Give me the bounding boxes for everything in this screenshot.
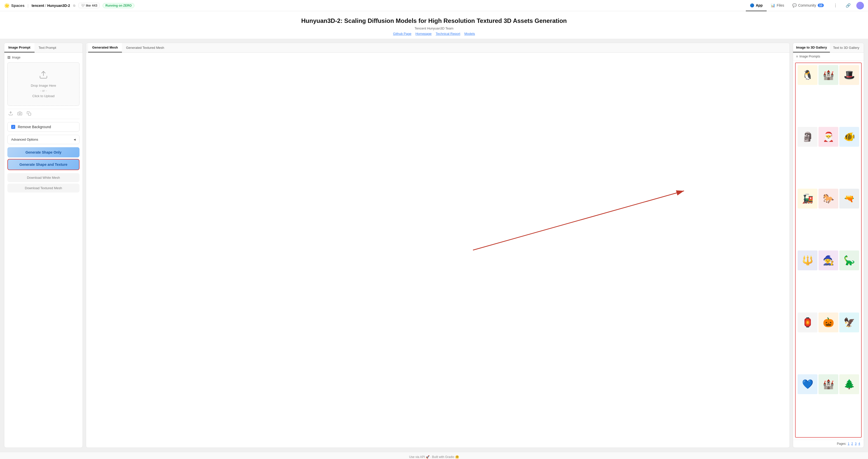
models-link[interactable]: Models (464, 32, 475, 36)
left-panel: Image Prompt Text Prompt 🖼 Image Drop Im… (4, 43, 83, 448)
upload-drop-text: Drop Image Here (31, 84, 56, 87)
tab-app[interactable]: 🔵 App (746, 0, 767, 11)
gallery-pagination: Pages: 1 2 3 4 (793, 440, 864, 448)
generate-shape-texture-button[interactable]: Generate Shape and Texture (7, 159, 80, 170)
gallery-item[interactable]: 🌲 (839, 374, 859, 394)
gallery-item[interactable]: 🔱 (798, 251, 817, 270)
tab-files[interactable]: 📊 Files (767, 0, 788, 11)
camera-icon[interactable] (17, 111, 23, 117)
running-badge: Running on ZERO (103, 3, 134, 8)
like-button[interactable]: 🤍 like 443 (79, 3, 100, 8)
page-footer: Use via API 🚀 · Built with Gradio 🤗 (0, 452, 868, 459)
3d-canvas-area (86, 53, 789, 448)
remove-bg-checkbox[interactable] (11, 125, 15, 129)
svg-point-2 (19, 113, 21, 114)
image-icon: 🖼 (7, 56, 10, 59)
menu-icon: ≡ (796, 55, 798, 58)
spaces-logo[interactable]: 🌟 Spaces (4, 3, 25, 8)
center-tab-bar: Generated Mesh Generated Textured Mesh (86, 43, 789, 53)
image-label: 🖼 Image (7, 56, 80, 59)
spaces-emoji: 🌟 (4, 3, 10, 8)
files-icon: 📊 (771, 3, 775, 7)
arrow-overlay (86, 53, 789, 448)
github-page-link[interactable]: Github Page (393, 32, 411, 36)
generate-shape-only-button[interactable]: Generate Shape Only (7, 147, 80, 157)
tab-image-prompt[interactable]: Image Prompt (4, 43, 35, 52)
page-3-link[interactable]: 3 (855, 442, 857, 446)
right-tab-bar: Image to 3D Gallery Text to 3D Gallery (793, 43, 864, 53)
gallery-item[interactable]: 🎅 (818, 127, 838, 147)
tab-generated-textured-mesh[interactable]: Generated Textured Mesh (122, 43, 168, 52)
header-links: Github Page Homepage Technical Report Mo… (4, 32, 864, 36)
image-upload-area[interactable]: Drop Image Here - or - Click to Upload (7, 62, 80, 106)
gallery-item[interactable]: 🏰 (818, 374, 838, 394)
page-header: Hunyuan3D-2: Scaling Diffusion Models fo… (0, 11, 868, 39)
upload-icon (39, 70, 48, 81)
community-icon: 💬 (792, 3, 797, 7)
advanced-options-label: Advanced Options (11, 138, 38, 141)
center-panel: Generated Mesh Generated Textured Mesh (86, 43, 790, 448)
page-1-link[interactable]: 1 (848, 442, 849, 446)
gallery-header-label: Image Prompts (799, 55, 820, 58)
repo-name: tencent / Hunyuan3D-2 (31, 4, 70, 8)
share-icon[interactable]: 🔗 (843, 2, 853, 9)
gallery-item[interactable]: 🎃 (818, 313, 838, 332)
app-icon: 🔵 (750, 3, 754, 7)
gallery-item[interactable]: 💙 (798, 374, 817, 394)
remove-bg-label: Remove Background (18, 125, 51, 129)
homepage-link[interactable]: Homepage (415, 32, 432, 36)
main-layout: Image Prompt Text Prompt 🖼 Image Drop Im… (0, 39, 868, 452)
tab-generated-mesh[interactable]: Generated Mesh (88, 43, 122, 52)
page-title: Hunyuan3D-2: Scaling Diffusion Models fo… (4, 17, 864, 24)
download-white-mesh-button[interactable]: Download White Mesh (7, 173, 80, 182)
nav-tabs: 🔵 App 📊 Files 💬 Community 10 (746, 0, 828, 11)
community-badge: 10 (818, 4, 824, 7)
left-tab-bar: Image Prompt Text Prompt (4, 43, 83, 53)
gallery-header: ≡ Image Prompts (793, 53, 864, 60)
tab-text-prompt[interactable]: Text Prompt (35, 43, 60, 52)
page-2-link[interactable]: 2 (851, 442, 853, 446)
tab-community[interactable]: 💬 Community 10 (788, 0, 828, 11)
upload-click-text: Click to Upload (32, 94, 54, 98)
svg-line-6 (473, 191, 684, 250)
chevron-right-icon: ◀ (74, 138, 76, 141)
gallery-item[interactable]: 🦕 (839, 251, 859, 270)
gallery-item[interactable]: 🎩 (839, 65, 859, 85)
remove-background-row[interactable]: Remove Background (7, 122, 80, 132)
advanced-options-row[interactable]: Advanced Options ◀ (7, 135, 80, 144)
page-subtitle: Tencent Hunyuan3D Team (4, 26, 864, 30)
gallery-item[interactable]: 🏰 (818, 65, 838, 85)
gallery-grid: 🐧 🏰 🎩 🗿 🎅 🐠 🚂 🐎 🔫 🔱 🧙 🦕 🏮 🎃 🦅 💙 🏰 🌲 (795, 62, 862, 438)
copy-icon[interactable]: ⧉ (73, 4, 75, 7)
tab-image-to-3d-gallery[interactable]: Image to 3D Gallery (793, 43, 830, 52)
svg-rect-3 (28, 113, 31, 115)
gallery-item[interactable]: 🦅 (839, 313, 859, 332)
footer-text: Use via API 🚀 · Built with Gradio 🤗 (409, 455, 459, 459)
download-textured-mesh-button[interactable]: Download Textured Mesh (7, 183, 80, 193)
upload-or-text: - or - (40, 89, 46, 92)
gallery-item[interactable]: 🔫 (839, 189, 859, 208)
gallery-item[interactable]: 🏮 (798, 313, 817, 332)
more-options-icon[interactable]: ⋮ (831, 2, 840, 9)
gallery-item[interactable]: 🐎 (818, 189, 838, 208)
upload-icon-small[interactable] (7, 111, 14, 117)
technical-report-link[interactable]: Technical Report (436, 32, 460, 36)
clipboard-icon[interactable] (26, 111, 32, 117)
tab-text-to-3d-gallery[interactable]: Text to 3D Gallery (830, 43, 862, 52)
generate-buttons: Generate Shape Only Generate Shape and T… (7, 147, 80, 170)
gallery-item[interactable]: 🗿 (798, 127, 817, 147)
left-panel-body: 🖼 Image Drop Image Here - or - Click to … (4, 53, 83, 448)
user-avatar[interactable] (856, 2, 864, 9)
page-4-link[interactable]: 4 (858, 442, 860, 446)
right-panel: Image to 3D Gallery Text to 3D Gallery ≡… (793, 43, 864, 448)
top-nav: 🌟 Spaces | tencent / Hunyuan3D-2 ⧉ 🤍 lik… (0, 0, 868, 11)
gallery-item[interactable]: 🐠 (839, 127, 859, 147)
spaces-label: Spaces (11, 3, 25, 8)
icon-row (7, 109, 80, 119)
gallery-item[interactable]: 🐧 (798, 65, 817, 85)
download-buttons: Download White Mesh Download Textured Me… (7, 173, 80, 193)
gallery-item[interactable]: 🧙 (818, 251, 838, 270)
gallery-item[interactable]: 🚂 (798, 189, 817, 208)
